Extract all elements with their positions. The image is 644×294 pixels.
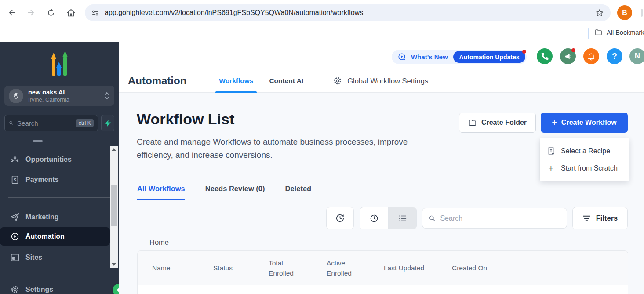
notifications-button[interactable] [583,48,599,64]
workflow-list-page: Workflow List Create and manage Workflow… [119,93,644,294]
workflow-list-description: Create and manage Workflows to automate … [137,135,444,162]
sidebar-search[interactable]: ctrl K [4,115,98,131]
notification-dot [571,48,575,52]
select-a-recipe-option[interactable]: Select a Recipe [540,142,629,160]
phone-button[interactable] [537,48,553,64]
automation-icon [10,232,20,241]
scrollbar-down-button[interactable] [110,261,118,268]
create-workflow-button[interactable]: + Create Workflow [541,113,628,133]
triangle-up-icon [112,148,116,151]
forward-icon [26,8,36,18]
plus-icon: + [552,118,557,127]
tab-deleted[interactable]: Deleted [285,180,312,200]
notification-dot [522,50,526,54]
browser-menu-icon[interactable] [641,9,643,17]
sidebar-item-settings[interactable]: Settings [0,282,110,294]
history-clock-icon [335,213,345,223]
tab-all-workflows[interactable]: All Workflows [137,180,185,200]
sidebar-item-payments[interactable]: $ Payments [0,172,110,188]
account-switcher[interactable]: new oaks AI Irvine, California [4,86,114,106]
gear-icon [333,76,342,86]
sidebar-item-label: Automation [25,232,65,240]
whats-new-label: What's New [411,53,448,61]
scrolled-nav-item-partial [33,140,43,142]
home-button[interactable] [64,6,78,20]
reload-button[interactable] [44,6,58,20]
opportunities-icon [10,155,20,164]
location-pin-icon [12,92,20,100]
url-text[interactable]: app.gohighlevel.com/v2/location/lnPS691g… [105,9,595,17]
url-bar[interactable]: app.gohighlevel.com/v2/location/lnPS691g… [85,4,611,21]
lightning-bolt-icon [105,120,111,127]
sites-icon [10,253,20,262]
ai-assistant-button[interactable] [101,115,114,131]
history-button[interactable] [326,207,354,229]
scrollbar-thumb[interactable] [111,185,117,226]
sidebar-search-input[interactable] [17,120,76,127]
forward-button[interactable] [24,6,38,20]
back-button[interactable] [5,6,19,20]
search-icon [429,214,436,222]
announcements-button[interactable] [560,48,576,64]
tab-needs-review[interactable]: Needs Review (0) [205,180,265,200]
header-title-row: Automation Workflows Content AI Global W… [128,69,428,93]
start-from-scratch-label: Start from Scratch [561,164,618,172]
browser-profile-avatar[interactable]: B [617,5,632,20]
all-bookmarks-label: All Bookmarks [607,29,644,36]
workflow-table: Name Status Total Enrolled Active Enroll… [137,250,628,294]
scrollbar-up-button[interactable] [110,146,118,153]
column-header-last-updated: Last Updated [384,263,452,273]
workflow-search[interactable] [422,208,567,229]
column-header-total-enrolled: Total Enrolled [269,258,327,278]
create-workflow-label: Create Workflow [561,119,617,127]
account-avatar [9,89,23,103]
column-header-created-on: Created On [452,263,518,273]
clock-icon [369,214,379,223]
sidebar-scrollbar[interactable] [110,146,118,268]
sidebar-item-label: Sites [25,254,42,261]
workflow-search-input[interactable] [440,214,560,222]
tab-content-ai[interactable]: Content AI [261,69,311,93]
filter-icon [582,215,591,222]
gohighlevel-logo [47,49,73,76]
sidebar-item-label: Payments [25,176,59,184]
start-from-scratch-option[interactable]: + Start from Scratch [540,160,629,177]
whats-new-button[interactable]: What's New Automation Updates [392,50,527,64]
sidebar-item-opportunities[interactable]: Opportunities [0,152,110,167]
avatar-initial: N [635,52,640,61]
filters-label: Filters [596,214,618,222]
create-folder-label: Create Folder [481,119,527,127]
create-folder-button[interactable]: Create Folder [459,113,536,133]
column-header-name: Name [138,263,213,273]
sidebar-item-marketing[interactable]: Marketing [0,209,110,225]
reload-icon [47,8,55,17]
filters-button[interactable]: Filters [572,207,628,229]
list-view-button[interactable] [388,207,416,229]
sidebar-item-label: Opportunities [25,156,72,163]
sidebar-item-sites[interactable]: Sites [0,250,110,265]
settings-gear-icon [10,285,20,294]
tab-workflows[interactable]: Workflows [211,69,261,93]
list-icon [398,214,408,223]
recent-view-button[interactable] [360,207,388,229]
shortcut-badge: ctrl K [76,119,94,127]
page-title: Automation [128,75,186,87]
bookmark-star-icon[interactable] [595,8,604,18]
recipe-icon [547,147,555,155]
help-button[interactable]: ? [607,48,622,64]
whats-new-icon [397,52,407,62]
sidebar-search-row: ctrl K [4,115,114,131]
bell-icon [587,52,596,61]
browser-toolbar: app.gohighlevel.com/v2/location/lnPS691g… [0,0,644,25]
automation-updates-button[interactable]: Automation Updates [453,51,526,63]
global-workflow-settings-button[interactable]: Global Workflow Settings [333,76,428,86]
breadcrumb-home[interactable]: Home [149,238,169,247]
user-avatar[interactable]: N [629,48,644,64]
account-name: new oaks AI [28,88,104,96]
phone-icon [541,52,549,61]
app-header: What's New Automation Updates ? N [119,42,644,93]
workflow-list-title: Workflow List [137,111,234,128]
sidebar-item-automation[interactable]: Automation [0,227,110,246]
all-bookmarks-button[interactable]: All Bookmarks [594,28,644,36]
search-icon [9,120,14,127]
